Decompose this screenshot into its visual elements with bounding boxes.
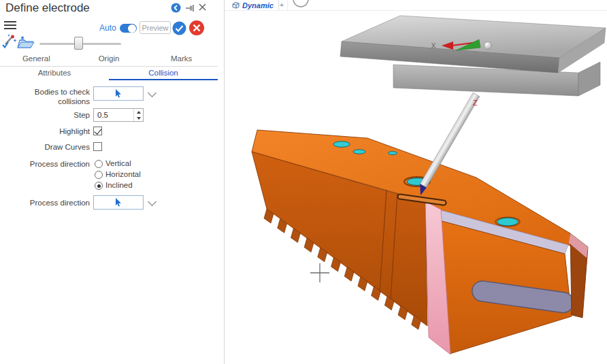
tab-dynamic[interactable]: Dynamic <box>227 0 279 10</box>
highlight-label: Highlight <box>0 127 90 136</box>
tab-add-view[interactable]: + <box>276 0 288 10</box>
axis-z-label: Z <box>473 99 478 107</box>
process-option-inclined[interactable]: Inclined <box>105 181 133 189</box>
tab-attributes[interactable]: Attributes <box>0 67 109 80</box>
page-title: Define electrode <box>5 1 90 15</box>
viewport-3d[interactable]: X Z <box>225 10 607 364</box>
tab-origin[interactable]: Origin <box>73 54 146 66</box>
process-option-vertical[interactable]: Vertical <box>105 159 131 167</box>
menu-button[interactable] <box>4 21 16 31</box>
draw-curves-checkbox[interactable] <box>93 142 102 151</box>
crosshair-cursor <box>310 263 329 282</box>
application-window: Define electrode Auto Preview <box>0 0 607 364</box>
process-direction2-label: Process direction <box>0 198 90 208</box>
pin-button[interactable] <box>186 4 195 12</box>
step-spinner <box>133 109 143 121</box>
auto-toggle[interactable] <box>120 24 137 33</box>
ok-button[interactable] <box>172 21 186 35</box>
sparkle-icon <box>14 39 17 42</box>
sparkle-icon <box>7 34 10 37</box>
process-radio-horizontal[interactable] <box>95 171 103 179</box>
tab-marks[interactable]: Marks <box>145 54 218 66</box>
person-icon <box>21 37 24 39</box>
open-folder-button[interactable] <box>17 35 35 50</box>
size-slider-handle[interactable] <box>74 37 83 50</box>
draw-curves-label: Draw Curves <box>0 142 90 152</box>
bodies-expand-chevron[interactable] <box>148 88 157 97</box>
step-input[interactable] <box>94 109 135 121</box>
workpiece-body[interactable] <box>252 130 588 354</box>
process-option-horizontal[interactable]: Horizontal <box>105 170 141 178</box>
viewport-canvas[interactable]: X Z <box>225 10 607 364</box>
cursor-arrow-icon <box>115 198 122 208</box>
preview-button[interactable]: Preview <box>140 21 171 34</box>
tab-row-1: General Origin Marks <box>0 54 218 67</box>
process-radio-vertical[interactable] <box>95 160 103 168</box>
back-circle-button[interactable] <box>171 3 181 13</box>
define-electrode-panel: Define electrode Auto Preview <box>0 0 224 364</box>
step-label: Step <box>0 110 90 120</box>
cube-icon <box>232 1 240 9</box>
magic-tool-button[interactable] <box>1 33 17 49</box>
process-direction-picker-button[interactable] <box>93 195 144 210</box>
origin-sphere <box>485 42 492 50</box>
tab-row-2: Attributes Collision <box>0 67 218 80</box>
process-radio-inclined[interactable] <box>95 182 103 190</box>
cursor-arrow-icon <box>115 89 122 99</box>
bodies-picker-button[interactable] <box>93 86 144 101</box>
close-icon <box>199 4 206 10</box>
tab-dynamic-label: Dynamic <box>242 1 274 10</box>
tab-collision[interactable]: Collision <box>109 67 218 80</box>
tab-general[interactable]: General <box>0 54 73 66</box>
step-down-button[interactable] <box>134 115 143 121</box>
bodies-label: Bodies to check collisions <box>0 87 90 106</box>
step-up-button[interactable] <box>134 109 143 115</box>
process-direction-expand-chevron[interactable] <box>148 197 157 206</box>
viewport-tab-bar: Dynamic + <box>225 0 607 11</box>
auto-label: Auto <box>99 23 116 33</box>
step-field <box>93 108 144 122</box>
close-button[interactable] <box>199 3 207 12</box>
pin-icon <box>186 5 193 12</box>
cancel-button[interactable] <box>188 20 205 36</box>
highlight-checkbox[interactable] <box>93 127 102 135</box>
orbit-ring-icon[interactable] <box>291 0 310 10</box>
graphics-viewport: Dynamic + <box>224 0 607 364</box>
process-direction-label: Process direction <box>0 159 90 169</box>
axis-x-label: X <box>431 42 436 50</box>
